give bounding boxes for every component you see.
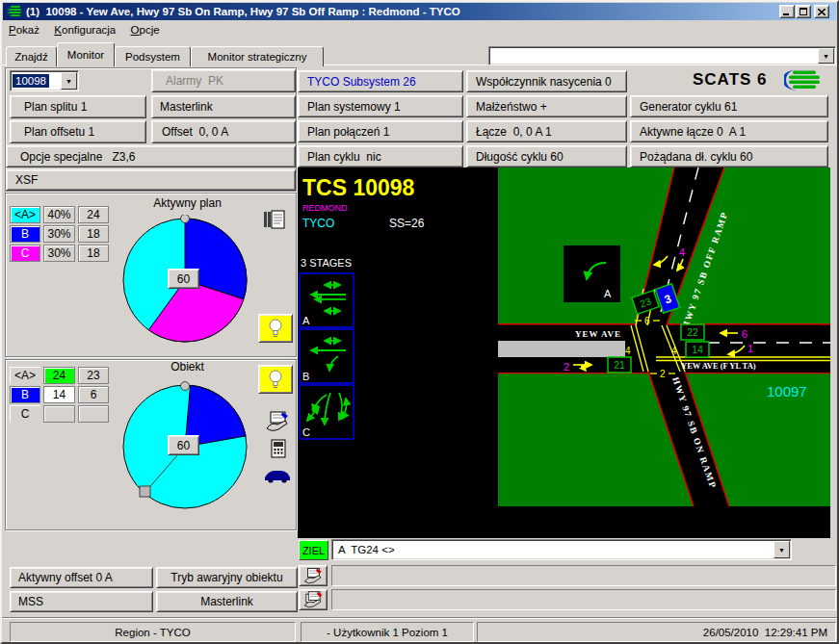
operate-button[interactable] [264,410,291,433]
close-icon [818,9,826,15]
lane-count-offramp: 6 [644,316,650,326]
link-plan-button[interactable]: Plan połączeń 1 [298,120,463,142]
map-subsystem: SS=26 [389,217,425,230]
neighbor-site-label[interactable]: 10097 [767,383,807,399]
statusbar-divider [2,617,839,619]
tab-znajdz[interactable]: Znajdź [6,46,57,66]
masterlink-bottom-button[interactable]: Masterlink [156,591,298,612]
plan-lamp-button[interactable] [258,314,293,343]
saturation-button[interactable]: Współczynnik nasycenia 0 [466,70,627,92]
chevron-down-icon[interactable]: ▼ [61,72,77,90]
app-logo-icon [7,5,22,18]
copy-plan-button[interactable] [261,207,286,232]
plan-legend-pct-b: 30% [43,225,75,243]
svg-text:21: 21 [614,359,625,371]
plan-legend-val-b: 18 [78,225,109,243]
map-site-title: TCS 10098 [302,175,415,200]
xsf-button[interactable]: XSF [6,169,296,191]
phase-4-label: 4 [679,246,685,258]
hand-documents-icon [302,591,324,609]
status-user: - Użytkownik 1 Poziom 1 [301,622,474,642]
chevron-down-icon[interactable]: ▼ [818,48,834,64]
plan-legend-stage-a[interactable]: <A> [10,206,40,223]
pie1-cycle-marker[interactable] [181,215,190,223]
svg-text:22: 22 [687,326,698,338]
site-selector-value: 10098 [13,74,49,88]
site-fallback-button[interactable]: Tryb awaryjny obiektu [156,567,298,588]
scats-logo-icon [784,69,823,94]
system-plan-button[interactable]: Plan systemowy 1 [298,95,463,117]
tab-podsystem[interactable]: Podsystem [115,46,191,66]
maximize-button[interactable] [796,5,811,18]
title-bar[interactable]: (1) 10098 - Yew Ave, Hwy 97 Sb On Ramp, … [3,3,836,20]
link-button[interactable]: Łącze 0, 0 A 1 [466,120,627,142]
split-plan-button[interactable]: Plan splitu 1 [10,95,146,118]
phase-1-label: 1 [747,343,753,354]
message-field-2[interactable] [331,589,836,610]
offset-button[interactable]: Offset 0, 0 A [151,120,296,143]
detector-21[interactable]: 21 [608,357,631,373]
toolbar-combo[interactable]: ▼ [488,46,836,65]
marriage-button[interactable]: Małżeństwo + [466,95,627,117]
status-region: Region - TYCO [10,622,296,642]
stage-history-combo[interactable]: A TG24 <> ▼ [331,539,792,560]
detector-14[interactable]: 14 [686,342,709,357]
phase-6-label: 6 [742,328,747,340]
tab-monitor-strategiczny[interactable]: Monitor strategiczny [191,46,324,66]
active-link-button[interactable]: Aktywne łącze 0 A 1 [630,120,828,142]
cycle-length-button[interactable]: Długość cyklu 60 [466,145,627,167]
site-legend-v1-a: 24 [43,367,75,384]
site-legend-stage-c[interactable]: C [10,405,40,423]
status-datetime: 26/05/2010 12:29:41 PM [477,622,836,642]
site-chart-title: Obiekt [122,360,252,374]
menu-konfiguracja[interactable]: Konfiguracja [48,22,121,38]
message-field-1[interactable] [331,565,836,586]
masterlink-button[interactable]: Masterlink [151,95,296,118]
yew-median [498,341,625,357]
active-plan-chart-title: Aktywny plan [122,196,252,210]
menu-pokaz[interactable]: Pokaż [3,22,45,38]
lightbulb-icon [267,369,284,390]
map-suburb: REDMOND [302,203,348,213]
alarms-button[interactable]: Alarmy PK [151,69,296,92]
intersection-map[interactable]: A TCS 10098 REDMOND TYCO SS=26 3 STAGES … [298,167,830,538]
site-legend-v1-c [43,405,75,423]
special-options-button[interactable]: Opcje specjalne Z3,6 [6,145,296,167]
site-legend-stage-b[interactable]: B [10,386,40,403]
plan-legend-stage-b[interactable]: B [10,225,40,243]
offset-plan-button[interactable]: Plan offsetu 1 [10,120,146,143]
lightbulb-icon [267,318,284,339]
pie2-offset-marker[interactable] [140,486,150,497]
tab-monitor[interactable]: Monitor [57,42,115,66]
desired-cycle-button[interactable]: Pożądana dł. cyklu 60 [630,145,828,167]
close-button[interactable] [814,5,829,18]
detector-22[interactable]: 22 [681,324,704,340]
vehicle-button[interactable] [262,466,293,485]
plan-legend-stage-c[interactable]: C [10,245,40,262]
cycle-plan-button[interactable]: Plan cyklu nic [298,145,463,167]
site-selector-combo[interactable]: 10098 ▼ [10,70,79,91]
plan-legend-pct-c: 30% [43,245,75,262]
hand-document-icon [302,567,324,585]
menu-bar: Pokaż Konfiguracja Opcje [3,22,836,40]
mss-button[interactable]: MSS [10,591,153,612]
cycle-generator-button[interactable]: Generator cyklu 61 [630,95,828,117]
plan-legend-val-a: 24 [78,206,109,223]
active-offset-button[interactable]: Aktywny offset 0 A [10,567,153,588]
message-send-button-1[interactable] [299,565,328,586]
subsystem-button[interactable]: TYCO Subsystem 26 [298,70,463,92]
dial-up-button[interactable] [267,437,290,460]
message-send-button-2[interactable] [299,589,328,610]
pie2-cycle-marker[interactable] [181,382,190,391]
yew-ave-label: YEW AVE [575,329,621,339]
site-lamp-button[interactable] [258,365,293,394]
site-legend-v2-c [78,405,109,423]
scats-brand: SCATS 6 [630,68,828,92]
chevron-down-icon[interactable]: ▼ [773,541,790,558]
scats-window: (1) 10098 - Yew Ave, Hwy 97 Sb On Ramp, … [0,0,839,644]
site-legend-stage-a[interactable]: <A> [10,367,40,384]
site-cycle-length-box: 60 [168,435,199,455]
minimize-button[interactable] [779,5,795,18]
hand-card-icon [265,410,290,433]
menu-opcje[interactable]: Opcje [125,22,166,38]
